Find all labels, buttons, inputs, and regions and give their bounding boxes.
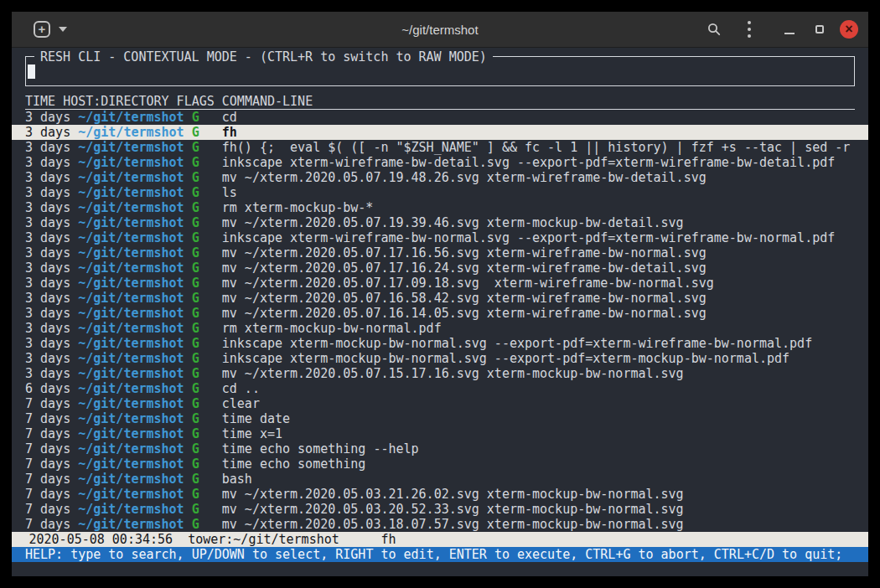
row-flags: G [192, 170, 222, 185]
magnifier-glyph [707, 23, 721, 36]
row-time: 3 days [25, 170, 78, 185]
history-row[interactable]: 3 days~/git/termshotGmv ~/xterm.2020.05.… [12, 260, 868, 276]
history-list: 3 days~/git/termshotGcd3 days~/git/terms… [25, 110, 855, 532]
row-host: ~/git/termshot [78, 185, 191, 200]
row-host: ~/git/termshot [78, 140, 191, 155]
row-host: ~/git/termshot [78, 125, 191, 140]
history-row[interactable]: 7 days~/git/termshotGmv ~/xterm.2020.05.… [12, 502, 868, 517]
tab-dropdown-caret-icon[interactable] [59, 27, 67, 32]
row-command: time date [222, 411, 290, 426]
row-command: cd [222, 110, 237, 125]
row-command: mv ~/xterm.2020.05.07.19.48.26.svg xterm… [222, 170, 707, 185]
row-time: 3 days [25, 291, 78, 306]
restore-icon[interactable] [810, 19, 830, 39]
history-row[interactable]: 3 days~/git/termshotGinkscape xterm-mock… [12, 336, 868, 351]
row-host: ~/git/termshot [78, 200, 191, 215]
row-time: 3 days [25, 200, 78, 215]
row-time: 7 days [25, 517, 78, 532]
minimize-icon[interactable] [779, 19, 800, 39]
row-command: inkscape xterm-wireframe-bw-detail.svg -… [222, 155, 836, 170]
terminal-window: + ~/git/termshot × RESH CLI - CONTEXTUAL… [12, 12, 868, 576]
history-row[interactable]: 3 days~/git/termshotGmv ~/xterm.2020.05.… [12, 170, 868, 185]
row-host: ~/git/termshot [78, 381, 191, 396]
history-row[interactable]: 7 days~/git/termshotGtime date [12, 411, 868, 426]
row-command: mv ~/xterm.2020.05.07.15.17.16.svg xterm… [222, 366, 684, 381]
history-row[interactable]: 7 days~/git/termshotGtime echo something [12, 456, 868, 472]
close-button[interactable]: × [840, 20, 858, 39]
row-host: ~/git/termshot [78, 291, 191, 306]
history-row[interactable]: 3 days~/git/termshotGfh() {; eval $( ([ … [12, 140, 868, 155]
text-cursor [28, 64, 35, 79]
terminal-content[interactable]: RESH CLI - CONTEXTUAL MODE - (CTRL+R to … [12, 48, 868, 576]
history-row[interactable]: 7 days~/git/termshotGtime x=1 [12, 426, 868, 441]
history-row[interactable]: 3 days~/git/termshotGmv ~/xterm.2020.05.… [12, 245, 868, 260]
row-flags: G [192, 472, 222, 487]
history-row[interactable]: 7 days~/git/termshotGbash [12, 472, 868, 487]
row-time: 7 days [25, 441, 78, 456]
row-command: mv ~/xterm.2020.05.07.19.39.46.svg xterm… [222, 215, 684, 230]
row-flags: G [192, 396, 222, 411]
row-flags: G [192, 502, 222, 517]
row-time: 3 days [25, 245, 78, 260]
history-row[interactable]: 7 days~/git/termshotGmv ~/xterm.2020.05.… [12, 517, 868, 532]
row-time: 7 days [25, 502, 78, 517]
row-time: 3 days [25, 321, 78, 336]
row-host: ~/git/termshot [78, 170, 191, 185]
history-row[interactable]: 3 days~/git/termshotGfh [12, 125, 868, 140]
history-row[interactable]: 7 days~/git/termshotGtime echo something… [12, 441, 868, 456]
history-row[interactable]: 3 days~/git/termshotGinkscape xterm-wire… [12, 230, 868, 245]
history-row[interactable]: 6 days~/git/termshotGcd .. [12, 381, 868, 396]
search-box-frame[interactable]: RESH CLI - CONTEXTUAL MODE - (CTRL+R to … [25, 56, 855, 86]
history-row[interactable]: 3 days~/git/termshotGmv ~/xterm.2020.05.… [12, 276, 868, 291]
row-host: ~/git/termshot [78, 215, 191, 230]
column-header: TIME HOST:DIRECTORY FLAGS COMMAND-LINE [25, 95, 855, 110]
row-host: ~/git/termshot [78, 502, 191, 517]
history-row[interactable]: 7 days~/git/termshotGclear [12, 396, 868, 411]
status-host: tower:~/git/termshot [188, 532, 339, 547]
status-bar: 2020-05-08 00:34:56tower:~/git/termshotf… [12, 532, 868, 547]
history-row[interactable]: 3 days~/git/termshotGmv ~/xterm.2020.05.… [12, 215, 868, 230]
row-command: rm xterm-mockup-bw-* [222, 200, 374, 215]
row-flags: G [192, 336, 222, 351]
row-command: cd .. [222, 381, 260, 396]
row-flags: G [192, 381, 222, 396]
row-host: ~/git/termshot [78, 517, 191, 532]
row-host: ~/git/termshot [78, 276, 191, 291]
history-row[interactable]: 3 days~/git/termshotGls [12, 185, 868, 200]
history-row[interactable]: 3 days~/git/termshotGrm xterm-mockup-bw-… [12, 200, 868, 215]
row-host: ~/git/termshot [78, 411, 191, 426]
row-flags: G [192, 291, 222, 306]
history-row[interactable]: 3 days~/git/termshotGinkscape xterm-wire… [12, 155, 868, 170]
row-host: ~/git/termshot [78, 260, 191, 276]
row-host: ~/git/termshot [78, 321, 191, 336]
row-host: ~/git/termshot [78, 441, 191, 456]
row-command: rm xterm-mockup-bw-normal.pdf [222, 321, 442, 336]
history-row[interactable]: 3 days~/git/termshotGcd [12, 110, 868, 125]
row-time: 7 days [25, 396, 78, 411]
row-host: ~/git/termshot [78, 245, 191, 260]
history-row[interactable]: 3 days~/git/termshotGinkscape xterm-mock… [12, 351, 868, 366]
row-flags: G [192, 351, 222, 366]
search-icon[interactable] [704, 19, 724, 39]
row-time: 3 days [25, 215, 78, 230]
history-row[interactable]: 7 days~/git/termshotGmv ~/xterm.2020.05.… [12, 487, 868, 502]
row-time: 7 days [25, 426, 78, 441]
row-command: mv ~/xterm.2020.05.07.16.14.05.svg xterm… [222, 306, 707, 321]
titlebar[interactable]: + ~/git/termshot × [12, 12, 868, 48]
history-row[interactable]: 3 days~/git/termshotGmv ~/xterm.2020.05.… [12, 306, 868, 321]
new-tab-button[interactable]: + [34, 21, 50, 38]
row-host: ~/git/termshot [78, 472, 191, 487]
row-command: time echo something [222, 456, 366, 472]
row-time: 3 days [25, 155, 78, 170]
row-command: fh [222, 125, 237, 140]
row-command: mv ~/xterm.2020.05.03.18.07.57.svg xterm… [222, 517, 684, 532]
row-time: 3 days [25, 336, 78, 351]
history-row[interactable]: 3 days~/git/termshotGrm xterm-mockup-bw-… [12, 321, 868, 336]
row-command: inkscape xterm-wireframe-bw-normal.svg -… [222, 230, 836, 245]
menu-kebab-icon[interactable] [739, 19, 759, 39]
history-row[interactable]: 3 days~/git/termshotGmv ~/xterm.2020.05.… [12, 366, 868, 381]
history-row[interactable]: 3 days~/git/termshotGmv ~/xterm.2020.05.… [12, 291, 868, 306]
row-time: 7 days [25, 456, 78, 472]
row-command: mv ~/xterm.2020.05.03.21.26.02.svg xterm… [222, 487, 684, 502]
row-flags: G [192, 245, 222, 260]
